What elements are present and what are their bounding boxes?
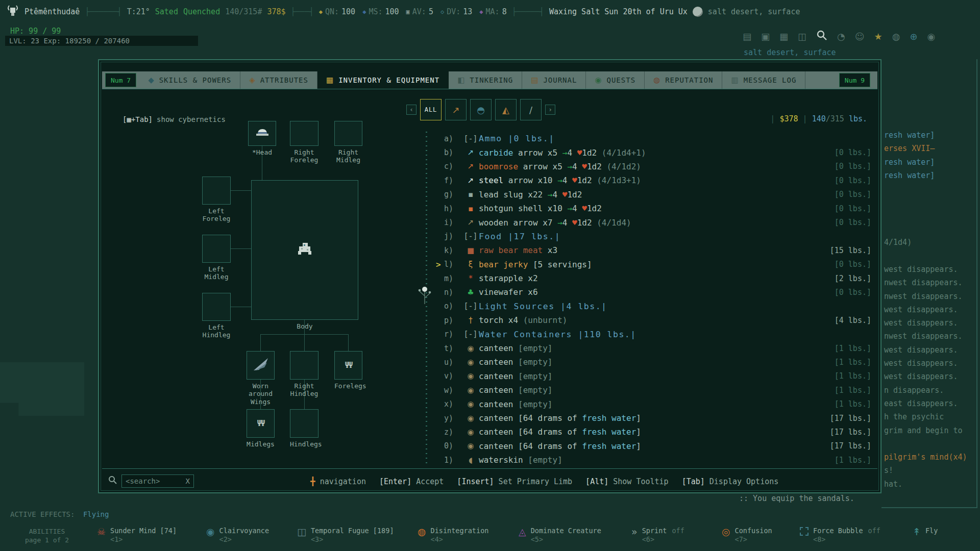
hint-key: [Enter] — [379, 477, 411, 486]
search-clear-button[interactable]: X — [186, 477, 190, 485]
collapse-toggle[interactable]: [-] — [462, 134, 479, 143]
equipment-slot-left-midleg[interactable]: Left Midleg — [202, 235, 231, 281]
collapse-toggle[interactable]: [-] — [462, 302, 479, 311]
item-text-seg: canteen — [479, 427, 518, 437]
inventory-category-row[interactable]: o)[-]Light Sources |4 lbs.| — [436, 299, 871, 313]
inventory-row[interactable]: b)↗carbide arrow x5 →4 ♥1d2 (4/1d4+1)[0 … — [436, 145, 871, 159]
right-midleg-slot-box[interactable] — [334, 121, 362, 146]
inventory-row[interactable]: p)†torch x4 (unburnt)[4 lbs.] — [436, 313, 871, 327]
right-hindleg-slot-box[interactable] — [290, 351, 318, 380]
hourglass-icon[interactable]: ◔ — [837, 31, 845, 42]
search-input[interactable]: <search> X — [121, 474, 194, 488]
inventory-row[interactable]: c)↗boomrose arrow x5 →4 ♥1d2 (4/1d2)[0 l… — [436, 160, 871, 173]
inventory-category-row[interactable]: r)[-]Water Containers |110 lbs.| — [436, 327, 871, 341]
inventory-row[interactable]: m)*starapple x2[2 lbs.] — [436, 271, 871, 285]
inventory-row[interactable]: w)◉canteen [empty][1 lbs.] — [436, 383, 871, 397]
ability-dominate-creature[interactable]: ◬Dominate Creature<5> — [519, 527, 601, 543]
ability-sunder-mind-74[interactable]: ☠Sunder Mind [74]<1> — [97, 527, 177, 543]
head-slot-box[interactable] — [248, 121, 276, 146]
equipment-slot-right-foreleg[interactable]: Right Foreleg — [290, 121, 318, 164]
equipment-slot-left-hindleg[interactable]: Left Hindleg — [202, 293, 231, 339]
filter-scroll-left[interactable]: ‹ — [406, 105, 416, 115]
inventory-row[interactable]: n)♣vinewafer x6[0 lbs.] — [436, 285, 871, 299]
window-icon[interactable]: ◫ — [798, 31, 806, 42]
ability-disintegration[interactable]: ◍Disintegration<4> — [418, 527, 488, 543]
misc-filter[interactable]: ∕ — [520, 99, 542, 120]
body-slot-box[interactable] — [251, 180, 358, 320]
tab-num-7[interactable]: Num 7 — [105, 73, 136, 87]
food-filter[interactable]: ◓ — [470, 99, 492, 120]
collapse-toggle[interactable]: [-] — [462, 232, 479, 241]
inventory-row[interactable]: g)▪lead slug x22 →4 ♥1d2[0 lbs.] — [436, 188, 871, 202]
inventory-row[interactable]: t)◉canteen [empty][1 lbs.] — [436, 341, 871, 355]
connector-line — [231, 248, 251, 249]
equipment-slot-body[interactable]: Body — [251, 180, 358, 330]
inventory-row[interactable]: 1)◖waterskin [empty][1 lbs.] — [436, 453, 871, 466]
tools-filter[interactable]: ◭ — [495, 99, 517, 120]
ability-clairvoyance[interactable]: ◉Clairvoyance<2> — [206, 527, 269, 543]
books-icon[interactable]: ▤ — [743, 31, 751, 42]
inventory-row[interactable]: u)◉canteen [empty][1 lbs.] — [436, 355, 871, 369]
slot-label: Worn around Wings — [247, 382, 275, 406]
equipment-slot-right-hindleg[interactable]: Right Hindleg — [290, 351, 318, 398]
pages-icon[interactable]: ▣ — [761, 31, 770, 42]
ammo-filter[interactable]: ↗ — [445, 99, 467, 120]
tab-quests[interactable]: ◉QUESTS — [586, 71, 645, 89]
stat-icon: ◆ — [319, 8, 323, 15]
tab-attributes[interactable]: ◈ATTRIBUTES — [240, 71, 317, 89]
inventory-row[interactable]: 0)◉canteen [64 drams of fresh water][17 … — [436, 439, 871, 453]
inventory-row[interactable]: f)↗steel arrow x10 →4 ♥1d2 (4/1d3+1)[0 l… — [436, 173, 871, 187]
inventory-row[interactable]: k)■raw bear meat x3[15 lbs.] — [436, 243, 871, 257]
equipment-slot-left-foreleg[interactable]: Left Foreleg — [202, 177, 231, 223]
left-foreleg-slot-box[interactable] — [202, 177, 231, 205]
inventory-row[interactable]: >l)ξbear jerky [5 servings][0 lbs.] — [436, 258, 871, 271]
ability-force-bubble[interactable]: Force Bubbleoff<8> — [800, 527, 880, 543]
slot-label: Left Hindleg — [202, 323, 231, 339]
filter-all[interactable]: ALL — [420, 99, 442, 120]
inventory-row[interactable]: i)↗wooden arrow x7 →4 ♥1d2 (4/1d4)[0 lbs… — [436, 215, 871, 229]
forelegs-slot-box[interactable]: ΨΨ — [334, 351, 362, 380]
left-midleg-slot-box[interactable] — [202, 235, 231, 263]
tab-inventory-equipment[interactable]: ▦INVENTORY & EQUIPMENT — [317, 71, 449, 89]
grid-icon[interactable]: ▦ — [779, 31, 788, 42]
tab-tinkering[interactable]: ◧TINKERING — [449, 71, 522, 89]
tab-num-9[interactable]: Num 9 — [839, 73, 870, 87]
tab-skills-powers[interactable]: ◆SKILLS & POWERS — [139, 71, 240, 89]
equipment-slot-midlegs[interactable]: ΨΨ Midlegs — [247, 409, 275, 448]
wings-slot-box[interactable] — [247, 351, 275, 380]
filter-scroll-right[interactable]: › — [545, 105, 555, 115]
tab-reputation[interactable]: ◍REPUTATION — [645, 71, 722, 89]
ability-sprint[interactable]: »Sprintoff<6> — [631, 527, 684, 543]
inventory-category-row[interactable]: a)[-]Ammo |0 lbs.| — [436, 132, 871, 145]
left-hindleg-slot-box[interactable] — [202, 293, 231, 321]
globe-icon[interactable]: ⊕ — [910, 31, 917, 42]
ring-icon[interactable]: ◍ — [892, 31, 900, 42]
equipment-slot-right-midleg[interactable]: Right Midleg — [334, 121, 362, 164]
moon-phase-icon — [693, 7, 703, 17]
inventory-row[interactable]: v)◉canteen [empty][1 lbs.] — [436, 369, 871, 383]
clock-icon[interactable]: ◉ — [927, 31, 936, 42]
inventory-category-row[interactable]: j)[-]Food |17 lbs.| — [436, 230, 871, 243]
character-icon[interactable]: ☺ — [855, 31, 865, 42]
midlegs-slot-box[interactable]: ΨΨ — [247, 409, 275, 438]
equipment-slot-forelegs[interactable]: ΨΨ Forelegs — [334, 351, 362, 390]
ability-fly[interactable]: ↟Fly — [913, 527, 938, 537]
ability-confusion[interactable]: ◎Confusion<7> — [722, 527, 772, 543]
right-foreleg-slot-box[interactable] — [290, 121, 318, 146]
inventory-row[interactable]: h)▪shotgun shell x10 →4 ♥1d2[0 lbs.] — [436, 202, 871, 215]
equipment-slot-head[interactable]: *Head — [248, 121, 276, 156]
tab-message-log[interactable]: ▥MESSAGE LOG — [722, 71, 805, 89]
hindlegs-slot-box[interactable] — [290, 409, 318, 438]
inventory-row[interactable]: z)◉canteen [64 drams of fresh water][17 … — [436, 425, 871, 439]
inventory-row[interactable]: x)◉canteen [empty][1 lbs.] — [436, 397, 871, 411]
star-icon[interactable]: ★ — [874, 31, 883, 42]
inventory-row[interactable]: y)◉canteen [64 drams of fresh water][17 … — [436, 411, 871, 425]
item-text-seg: ♥ — [562, 190, 568, 199]
collapse-toggle[interactable]: [-] — [462, 330, 479, 339]
abilities-pager[interactable]: ABILITIES page 1 of 2 — [13, 528, 81, 545]
equipment-slot-hindlegs[interactable]: Hindlegs — [290, 409, 318, 448]
equipment-slot-worn-around-wings[interactable]: Worn around Wings — [247, 351, 275, 406]
ability-temporal-fugue-189[interactable]: ◫Temporal Fugue [189]<3> — [297, 527, 394, 543]
tab-journal[interactable]: ▤JOURNAL — [522, 71, 586, 89]
search-icon[interactable] — [816, 30, 827, 43]
